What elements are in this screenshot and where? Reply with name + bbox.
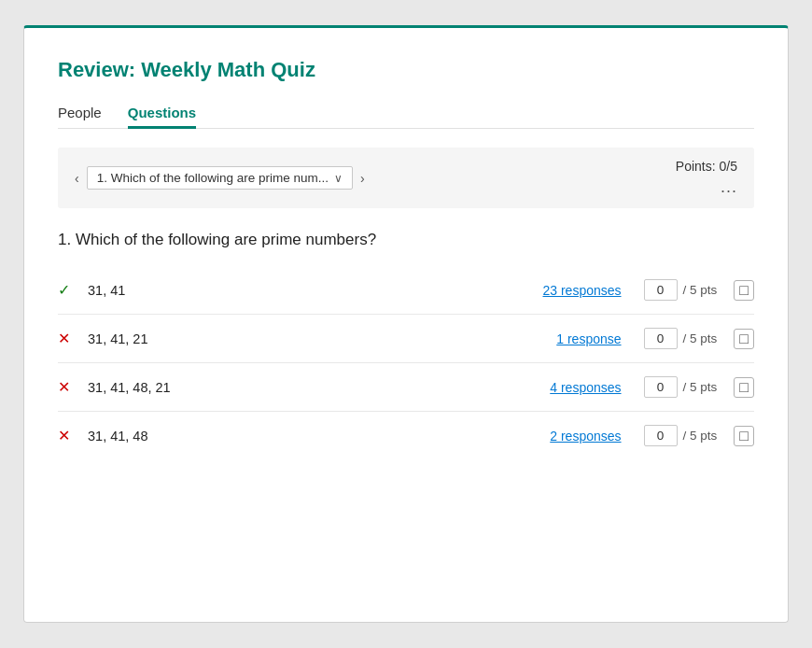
response-link[interactable]: 4 responses bbox=[550, 380, 621, 395]
response-link[interactable]: 1 response bbox=[556, 331, 621, 346]
answer-text: 31, 41, 21 bbox=[88, 331, 556, 346]
response-link[interactable]: 2 responses bbox=[550, 429, 621, 444]
incorrect-icon: ✕ bbox=[58, 427, 78, 444]
question-number: 1. bbox=[58, 231, 71, 248]
comment-button[interactable]: □ bbox=[734, 426, 754, 446]
answer-row: ✕31, 41, 211 response/ 5 pts□ bbox=[58, 315, 754, 363]
question-nav-bar: ‹ 1. Which of the following are prime nu… bbox=[58, 148, 754, 208]
question-dropdown[interactable]: 1. Which of the following are prime num.… bbox=[87, 166, 353, 190]
dropdown-arrow-icon: ∨ bbox=[334, 172, 343, 185]
question-title: 1. Which of the following are prime numb… bbox=[58, 231, 754, 249]
correct-icon: ✓ bbox=[58, 281, 78, 299]
answers-list: ✓31, 4123 responses/ 5 pts□✕31, 41, 211 … bbox=[58, 266, 754, 459]
points-input[interactable] bbox=[644, 279, 678, 301]
comment-button[interactable]: □ bbox=[734, 280, 754, 301]
points-input-group: / 5 pts□ bbox=[644, 328, 754, 349]
question-text: Which of the following are prime numbers… bbox=[76, 231, 376, 248]
comment-button[interactable]: □ bbox=[734, 329, 754, 349]
prev-question-arrow[interactable]: ‹ bbox=[75, 171, 79, 186]
pts-label: / 5 pts bbox=[683, 380, 718, 394]
points-label: Points: 0/5 bbox=[676, 159, 737, 174]
response-link[interactable]: 23 responses bbox=[542, 283, 621, 298]
nav-bar-right: Points: 0/5 ... bbox=[676, 159, 737, 197]
answer-text: 31, 41, 48, 21 bbox=[88, 380, 550, 395]
incorrect-icon: ✕ bbox=[58, 330, 78, 347]
pts-label: / 5 pts bbox=[683, 429, 718, 443]
question-dropdown-label: 1. Which of the following are prime num.… bbox=[97, 171, 329, 185]
more-options-button[interactable]: ... bbox=[721, 177, 737, 197]
tab-people[interactable]: People bbox=[58, 99, 102, 129]
points-input[interactable] bbox=[644, 376, 678, 398]
answer-row: ✕31, 41, 482 responses/ 5 pts□ bbox=[58, 412, 754, 459]
comment-button[interactable]: □ bbox=[734, 377, 754, 398]
answer-text: 31, 41 bbox=[88, 283, 542, 298]
question-nav-left: ‹ 1. Which of the following are prime nu… bbox=[75, 166, 365, 190]
main-card: Review: Weekly Math Quiz People Question… bbox=[23, 25, 789, 623]
points-input-group: / 5 pts□ bbox=[644, 425, 754, 446]
tab-questions[interactable]: Questions bbox=[128, 99, 196, 129]
incorrect-icon: ✕ bbox=[58, 378, 78, 396]
answer-row: ✕31, 41, 48, 214 responses/ 5 pts□ bbox=[58, 363, 754, 412]
answer-text: 31, 41, 48 bbox=[88, 429, 550, 444]
points-input-group: / 5 pts□ bbox=[644, 376, 754, 398]
pts-label: / 5 pts bbox=[683, 331, 718, 345]
points-input[interactable] bbox=[644, 425, 678, 446]
tab-bar: People Questions bbox=[58, 99, 754, 129]
points-input-group: / 5 pts□ bbox=[644, 279, 754, 301]
answer-row: ✓31, 4123 responses/ 5 pts□ bbox=[58, 266, 754, 315]
pts-label: / 5 pts bbox=[683, 283, 718, 297]
points-input[interactable] bbox=[644, 328, 678, 349]
next-question-arrow[interactable]: › bbox=[360, 171, 365, 186]
page-title: Review: Weekly Math Quiz bbox=[58, 58, 754, 82]
